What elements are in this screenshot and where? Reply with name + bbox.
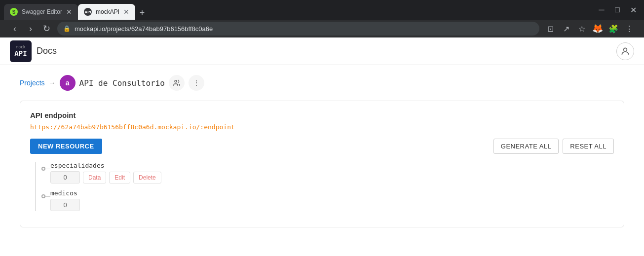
edit-button-especialidades[interactable]: Edit (109, 172, 130, 183)
logo-mock-text: mock (16, 45, 25, 49)
more-options-button[interactable]: ⋮ (189, 75, 204, 91)
close-window-button[interactable]: ✕ (626, 3, 640, 17)
tab-mockapi[interactable]: API mockAPI ✕ (78, 4, 135, 20)
svg-point-0 (624, 48, 627, 51)
resource-count-row-medicos: 0 (50, 199, 614, 211)
logo-box: mock API (10, 40, 32, 62)
tree-dot-especialidades (41, 167, 45, 171)
extension-fox-icon[interactable]: 🦊 (591, 22, 605, 36)
project-name: API de Consultorio (79, 78, 165, 88)
app-header: mock API Docs (0, 37, 644, 65)
breadcrumb-arrow: → (49, 79, 56, 87)
tab-mockapi-close[interactable]: ✕ (123, 8, 129, 15)
right-buttons: GENERATE ALL RESET ALL (493, 139, 614, 154)
share-icon[interactable]: ↗ (559, 22, 573, 36)
lock-icon: 🔒 (63, 25, 71, 32)
apps-icon[interactable]: ⋮ (622, 22, 636, 36)
resource-name-especialidades: especialidades (50, 162, 614, 169)
resource-count-row-especialidades: 0 Data Edit Delete (50, 171, 614, 183)
browser-chrome: S Swagger Editor ✕ API mockAPI ✕ + ─ □ ✕ (0, 0, 644, 20)
tab-bar: S Swagger Editor ✕ API mockAPI ✕ + (4, 0, 593, 20)
reset-all-button[interactable]: RESET ALL (563, 139, 614, 154)
logo-area: mock API Docs (10, 40, 57, 62)
bookmark-icon[interactable]: ☆ (575, 22, 589, 36)
tab-swagger-editor[interactable]: S Swagger Editor ✕ (4, 4, 78, 20)
docs-label: Docs (37, 46, 57, 56)
action-row: NEW RESOURCE GENERATE ALL RESET ALL (30, 139, 614, 154)
tab-manage-buttons: ─ □ ✕ (595, 3, 640, 17)
main-content: Projects → a API de Consultorio ⋮ API en… (0, 65, 644, 245)
tab-swagger-close[interactable]: ✕ (66, 8, 72, 15)
app-content: mock API Docs Projects → a API de Consul… (0, 37, 644, 256)
forward-button[interactable]: › (24, 22, 38, 36)
api-endpoint-label: API endpoint (30, 111, 614, 119)
swagger-favicon: S (10, 8, 18, 16)
user-avatar-button[interactable] (616, 42, 634, 60)
breadcrumb: Projects → a API de Consultorio ⋮ (20, 75, 624, 91)
address-bar: ‹ › ↻ 🔒 mockapi.io/projects/62a74bab97b6… (0, 20, 644, 37)
toolbar-icons: ⊡ ↗ ☆ 🦊 🧩 ⋮ (543, 22, 636, 36)
resource-name-medicos: medicos (50, 189, 614, 197)
generate-all-button[interactable]: GENERATE ALL (493, 139, 559, 154)
list-item: medicos 0 (43, 189, 614, 211)
resource-tree: especialidades 0 Data Edit Delete medico… (35, 162, 614, 211)
mockapi-favicon: API (84, 8, 92, 16)
projects-link[interactable]: Projects (20, 79, 45, 87)
resource-count-medicos: 0 (50, 199, 80, 211)
reload-button[interactable]: ↻ (39, 22, 53, 36)
project-avatar: a (60, 75, 76, 91)
resource-count-especialidades: 0 (50, 171, 80, 183)
tree-dot-medicos (41, 194, 45, 198)
maximize-button[interactable]: □ (610, 3, 624, 17)
minimize-button[interactable]: ─ (595, 3, 608, 17)
api-endpoint-url: https://62a74bab97b6156bff8c0a6d.mockapi… (30, 123, 614, 131)
tab-mockapi-label: mockAPI (96, 8, 119, 15)
new-tab-button[interactable]: + (135, 6, 149, 20)
logo-api-text: API (14, 49, 27, 57)
api-card: API endpoint https://62a74bab97b6156bff8… (20, 101, 624, 227)
nav-buttons: ‹ › ↻ (8, 22, 53, 36)
delete-button-especialidades[interactable]: Delete (133, 172, 161, 183)
screen-cast-icon[interactable]: ⊡ (543, 22, 557, 36)
more-icon: ⋮ (193, 79, 200, 87)
project-avatar-letter: a (66, 79, 70, 87)
svg-point-1 (175, 80, 177, 82)
url-text: mockapi.io/projects/62a74bab97b6156bff8c… (75, 25, 533, 33)
data-button-especialidades[interactable]: Data (83, 172, 106, 183)
puzzle-icon[interactable]: 🧩 (606, 22, 620, 36)
url-bar[interactable]: 🔒 mockapi.io/projects/62a74bab97b6156bff… (57, 22, 539, 36)
new-resource-button[interactable]: NEW RESOURCE (30, 139, 102, 154)
team-button[interactable] (169, 75, 185, 91)
tab-swagger-label: Swagger Editor (22, 8, 62, 15)
back-button[interactable]: ‹ (8, 22, 22, 36)
list-item: especialidades 0 Data Edit Delete (43, 162, 614, 183)
